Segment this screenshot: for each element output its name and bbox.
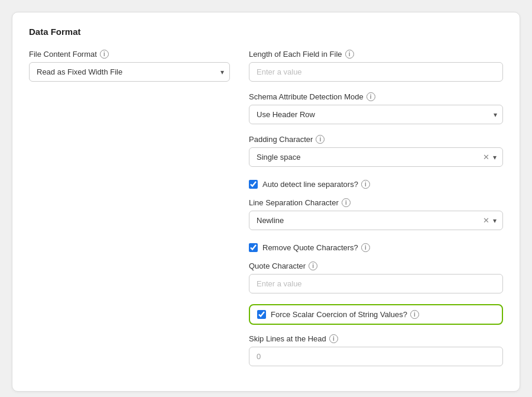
padding-char-clearable-select[interactable]: Single space ✕ ▾ — [249, 147, 503, 167]
padding-char-chevron-icon: ▾ — [493, 153, 497, 162]
left-column: File Content Format i Read as Fixed Widt… — [29, 50, 230, 377]
remove-quote-label: Remove Quote Characters? i — [262, 243, 370, 252]
skip-lines-label: Skip Lines at the Head i — [249, 334, 503, 343]
line-sep-value: Newline — [257, 216, 483, 225]
line-sep-clearable-select[interactable]: Newline ✕ ▾ — [249, 211, 503, 230]
padding-char-group: Padding Character i Single space ✕ ▾ — [249, 135, 503, 167]
line-sep-clear-icon[interactable]: ✕ — [483, 216, 489, 225]
length-field-input[interactable] — [249, 62, 503, 82]
padding-char-info-icon[interactable]: i — [316, 135, 325, 144]
file-content-format-group: File Content Format i Read as Fixed Widt… — [29, 50, 230, 82]
file-content-format-select-wrapper: Read as Fixed Width File ▾ — [29, 62, 230, 82]
file-content-format-info-icon[interactable]: i — [100, 50, 109, 59]
schema-attr-group: Schema Attribute Detection Mode i Use He… — [249, 92, 503, 124]
length-field-info-icon[interactable]: i — [345, 50, 354, 59]
length-field-label: Length of Each Field in File i — [249, 50, 503, 59]
quote-char-group: Quote Character i — [249, 262, 503, 293]
padding-char-label: Padding Character i — [249, 135, 503, 144]
auto-detect-checkbox[interactable] — [249, 180, 258, 189]
schema-attr-label: Schema Attribute Detection Mode i — [249, 92, 503, 101]
schema-attr-select-wrapper: Use Header Row ▾ — [249, 105, 503, 124]
skip-lines-input[interactable] — [249, 347, 503, 366]
remove-quote-info-icon[interactable]: i — [361, 243, 370, 252]
right-column: Length of Each Field in File i Schema At… — [249, 50, 503, 377]
skip-lines-info-icon[interactable]: i — [329, 334, 338, 343]
line-sep-chevron-icon: ▾ — [493, 217, 497, 225]
force-scalar-checkbox[interactable] — [257, 310, 266, 319]
force-scalar-row: Force Scalar Coercion of String Values? … — [249, 304, 503, 325]
form-grid: File Content Format i Read as Fixed Widt… — [29, 50, 503, 377]
line-sep-label: Line Separation Character i — [249, 198, 503, 207]
quote-char-label: Quote Character i — [249, 262, 503, 270]
padding-char-clear-icon[interactable]: ✕ — [483, 153, 489, 162]
data-format-card: Data Format File Content Format i Read a… — [12, 12, 520, 392]
force-scalar-info-icon[interactable]: i — [410, 310, 419, 319]
file-content-format-select[interactable]: Read as Fixed Width File — [29, 62, 230, 82]
remove-quote-checkbox[interactable] — [249, 243, 258, 252]
skip-lines-group: Skip Lines at the Head i — [249, 334, 503, 366]
auto-detect-info-icon[interactable]: i — [361, 180, 370, 189]
schema-attr-info-icon[interactable]: i — [366, 92, 375, 101]
schema-attr-select[interactable]: Use Header Row — [249, 105, 503, 124]
auto-detect-label: Auto detect line separators? i — [262, 180, 370, 189]
remove-quote-row: Remove Quote Characters? i — [249, 243, 503, 252]
force-scalar-label: Force Scalar Coercion of String Values? … — [271, 310, 419, 319]
padding-char-value: Single space — [257, 153, 483, 162]
length-field-group: Length of Each Field in File i — [249, 50, 503, 82]
quote-char-input[interactable] — [249, 274, 503, 293]
line-sep-info-icon[interactable]: i — [342, 198, 351, 207]
file-content-format-label: File Content Format i — [29, 50, 230, 59]
auto-detect-row: Auto detect line separators? i — [249, 180, 503, 189]
card-title: Data Format — [29, 27, 503, 37]
quote-char-info-icon[interactable]: i — [309, 262, 317, 270]
line-sep-group: Line Separation Character i Newline ✕ ▾ — [249, 198, 503, 230]
